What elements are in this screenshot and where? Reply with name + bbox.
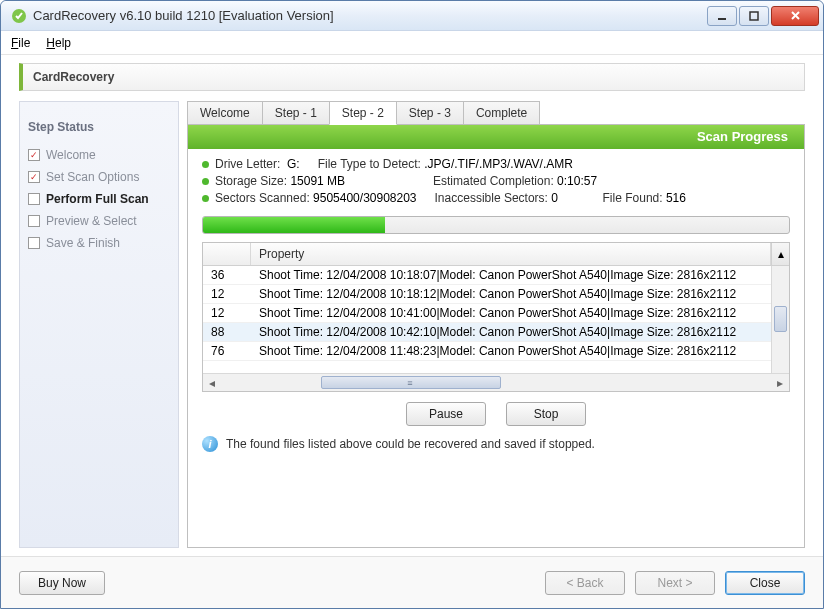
row-property: Shoot Time: 12/04/2008 10:41:00|Model: C… (251, 304, 789, 322)
sidebar-step-3[interactable]: Preview & Select (28, 210, 170, 232)
sidebar-heading: Step Status (28, 120, 170, 134)
tab-panel-step2: Scan Progress Drive Letter: G: File Type… (187, 124, 805, 548)
step-sidebar: Step Status WelcomeSet Scan OptionsPerfo… (19, 101, 179, 548)
inaccessible-label: Inaccessible Sectors: (435, 191, 548, 205)
scroll-thumb[interactable] (774, 306, 787, 332)
table-row[interactable]: 76Shoot Time: 12/04/2008 11:48:23|Model:… (203, 342, 789, 361)
buy-now-button[interactable]: Buy Now (19, 571, 105, 595)
file-type-value: .JPG/.TIF/.MP3/.WAV/.AMR (424, 157, 573, 171)
sectors-label: Sectors Scanned: (215, 191, 310, 205)
sidebar-step-label: Save & Finish (46, 236, 120, 250)
sidebar-step-label: Preview & Select (46, 214, 137, 228)
filefound-label: File Found: (603, 191, 663, 205)
row-number: 76 (203, 342, 251, 360)
checkbox-icon (28, 193, 40, 205)
titlebar[interactable]: CardRecovery v6.10 build 1210 [Evaluatio… (1, 1, 823, 31)
table-row[interactable]: 12Shoot Time: 12/04/2008 10:18:12|Model:… (203, 285, 789, 304)
app-icon (11, 8, 27, 24)
bullet-icon (202, 178, 209, 185)
stop-button[interactable]: Stop (506, 402, 586, 426)
sidebar-step-0[interactable]: Welcome (28, 144, 170, 166)
hscroll-thumb[interactable]: ≡ (321, 376, 501, 389)
horizontal-scrollbar[interactable]: ◂ ≡ ▸ (203, 373, 789, 391)
tab-step-3[interactable]: Step - 3 (396, 101, 464, 125)
drive-letter-label: Drive Letter: (215, 157, 280, 171)
storage-size-label: Storage Size: (215, 174, 287, 188)
progress-fill (203, 217, 385, 233)
row-property: Shoot Time: 12/04/2008 10:18:07|Model: C… (251, 266, 789, 284)
menubar: File Help (1, 31, 823, 55)
tab-step-2[interactable]: Step - 2 (329, 101, 397, 125)
close-window-button[interactable] (771, 6, 819, 26)
row-number: 12 (203, 304, 251, 322)
app-name: CardRecovery (33, 70, 114, 84)
table-row[interactable]: 12Shoot Time: 12/04/2008 10:41:00|Model:… (203, 304, 789, 323)
minimize-button[interactable] (707, 6, 737, 26)
estimated-label: Estimated Completion: (433, 174, 554, 188)
row-property: Shoot Time: 12/04/2008 10:42:10|Model: C… (251, 323, 789, 341)
sidebar-step-2[interactable]: Perform Full Scan (28, 188, 170, 210)
sidebar-step-4[interactable]: Save & Finish (28, 232, 170, 254)
tab-complete[interactable]: Complete (463, 101, 540, 125)
sidebar-step-label: Set Scan Options (46, 170, 139, 184)
window-title: CardRecovery v6.10 build 1210 [Evaluatio… (33, 8, 705, 23)
row-number: 12 (203, 285, 251, 303)
app-header: CardRecovery (19, 63, 805, 91)
pause-button[interactable]: Pause (406, 402, 486, 426)
tab-welcome[interactable]: Welcome (187, 101, 263, 125)
menu-file[interactable]: File (11, 36, 30, 50)
bullet-icon (202, 161, 209, 168)
drive-letter-value: G: (287, 157, 300, 171)
close-button[interactable]: Close (725, 571, 805, 595)
checkbox-icon (28, 149, 40, 161)
checkbox-icon (28, 237, 40, 249)
grid-col-number[interactable] (203, 243, 251, 265)
table-row[interactable]: 88Shoot Time: 12/04/2008 10:42:10|Model:… (203, 323, 789, 342)
table-row[interactable]: 36Shoot Time: 12/04/2008 10:18:07|Model:… (203, 266, 789, 285)
svg-rect-2 (750, 12, 758, 20)
storage-size-value: 15091 MB (290, 174, 345, 188)
app-window: CardRecovery v6.10 build 1210 [Evaluatio… (0, 0, 824, 609)
footer: Buy Now < Back Next > Close (1, 556, 823, 608)
info-text: The found files listed above could be re… (226, 437, 595, 451)
maximize-button[interactable] (739, 6, 769, 26)
tabs: WelcomeStep - 1Step - 2Step - 3Complete (187, 101, 805, 125)
row-number: 36 (203, 266, 251, 284)
bullet-icon (202, 195, 209, 202)
back-button[interactable]: < Back (545, 571, 625, 595)
next-button[interactable]: Next > (635, 571, 715, 595)
vertical-scrollbar[interactable] (771, 266, 789, 373)
scroll-up-icon[interactable]: ▴ (771, 243, 789, 265)
tab-step-1[interactable]: Step - 1 (262, 101, 330, 125)
filefound-value: 516 (666, 191, 686, 205)
sectors-value: 9505400/30908203 (313, 191, 416, 205)
scan-progress-title: Scan Progress (188, 125, 804, 149)
checkbox-icon (28, 171, 40, 183)
scroll-right-icon[interactable]: ▸ (771, 374, 789, 391)
row-number: 88 (203, 323, 251, 341)
file-type-label: File Type to Detect: (318, 157, 421, 171)
checkbox-icon (28, 215, 40, 227)
info-icon: i (202, 436, 218, 452)
estimated-value: 0:10:57 (557, 174, 597, 188)
inaccessible-value: 0 (551, 191, 558, 205)
results-grid[interactable]: Property ▴ 36Shoot Time: 12/04/2008 10:1… (202, 242, 790, 392)
sidebar-step-label: Perform Full Scan (46, 192, 149, 206)
menu-help[interactable]: Help (46, 36, 71, 50)
row-property: Shoot Time: 12/04/2008 10:18:12|Model: C… (251, 285, 789, 303)
scan-stats: Drive Letter: G: File Type to Detect: .J… (188, 149, 804, 214)
sidebar-step-1[interactable]: Set Scan Options (28, 166, 170, 188)
scroll-left-icon[interactable]: ◂ (203, 374, 221, 391)
progress-bar (202, 216, 790, 234)
grid-col-property[interactable]: Property (251, 243, 771, 265)
row-property: Shoot Time: 12/04/2008 11:48:23|Model: C… (251, 342, 789, 360)
sidebar-step-label: Welcome (46, 148, 96, 162)
